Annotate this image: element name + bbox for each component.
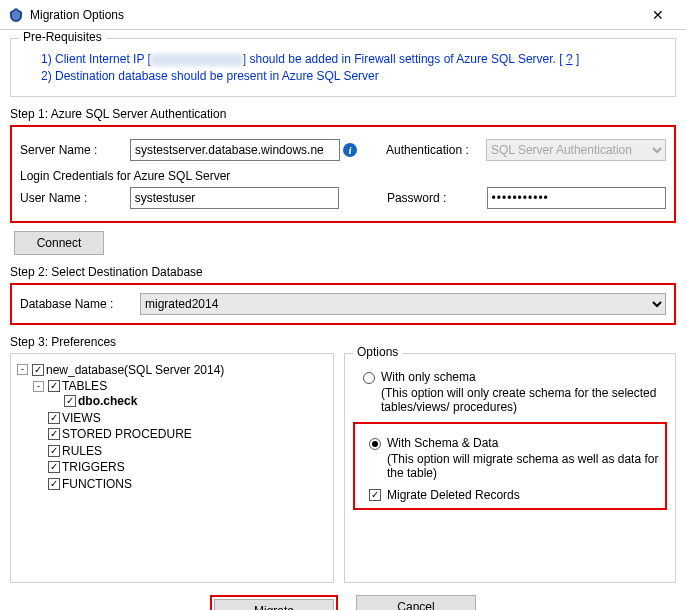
- options-pane: Options With only schema (This option wi…: [344, 353, 676, 583]
- ip-redacted: [151, 54, 243, 66]
- step1-box: Server Name : i Authentication : SQL Ser…: [10, 125, 676, 223]
- schema-data-desc: (This option will migrate schema as well…: [387, 452, 661, 480]
- step2-box: Database Name : migrated2014: [10, 283, 676, 325]
- tree-checkbox[interactable]: [32, 364, 44, 376]
- close-button[interactable]: ✕: [638, 7, 678, 23]
- tree-checkbox[interactable]: [48, 445, 60, 457]
- server-name-input[interactable]: [130, 139, 340, 161]
- tree-pane: -new_database(SQL Server 2014) -TABLES d…: [10, 353, 334, 583]
- radio-schema-only[interactable]: [363, 372, 375, 384]
- database-name-select[interactable]: migrated2014: [140, 293, 666, 315]
- step2-label: Step 2: Select Destination Database: [10, 265, 676, 279]
- tree-dbo-check[interactable]: dbo.check: [78, 394, 137, 408]
- auth-select[interactable]: SQL Server Authentication: [486, 139, 666, 161]
- connect-button[interactable]: Connect: [14, 231, 104, 255]
- app-icon: [8, 7, 24, 23]
- radio-schema-only-label: With only schema: [381, 370, 476, 384]
- database-name-label: Database Name :: [20, 297, 140, 311]
- tree-tables[interactable]: TABLES: [62, 379, 107, 393]
- step3-label: Step 3: Preferences: [10, 335, 676, 349]
- step1-label: Step 1: Azure SQL Server Authentication: [10, 107, 676, 121]
- prereq-line-1: 1) Client Internet IP [] should be added…: [41, 52, 665, 66]
- prereq-1c: ]: [573, 52, 580, 66]
- radio-schema-data[interactable]: [369, 438, 381, 450]
- tree-checkbox[interactable]: [64, 395, 76, 407]
- footer: Migrate Cancel: [10, 595, 676, 610]
- titlebar: Migration Options ✕: [0, 0, 686, 30]
- tree-root[interactable]: new_database(SQL Server 2014): [46, 363, 224, 377]
- info-icon[interactable]: i: [342, 142, 358, 158]
- migrate-highlight: Migrate: [210, 595, 338, 610]
- tree-checkbox[interactable]: [48, 412, 60, 424]
- user-name-input[interactable]: [130, 187, 339, 209]
- prereq-line-2: 2) Destination database should be presen…: [41, 69, 665, 83]
- migrate-deleted-checkbox[interactable]: [369, 489, 381, 501]
- cancel-button[interactable]: Cancel: [356, 595, 476, 610]
- server-name-label: Server Name :: [20, 143, 130, 157]
- prerequisites-heading: Pre-Requisites: [19, 30, 106, 44]
- schema-only-desc: (This option will only create schema for…: [381, 386, 667, 414]
- options-highlight: With Schema & Data (This option will mig…: [353, 422, 667, 510]
- tree-sp[interactable]: STORED PROCEDURE: [62, 427, 192, 441]
- migrate-button[interactable]: Migrate: [214, 599, 334, 610]
- tree-functions[interactable]: FUNCTIONS: [62, 477, 132, 491]
- creds-heading: Login Credentials for Azure SQL Server: [20, 169, 666, 183]
- tree-views[interactable]: VIEWS: [62, 411, 101, 425]
- password-input[interactable]: [487, 187, 666, 209]
- prerequisites-group: Pre-Requisites 1) Client Internet IP [] …: [10, 38, 676, 97]
- radio-schema-only-row[interactable]: With only schema: [363, 370, 667, 384]
- tree-rules[interactable]: RULES: [62, 444, 102, 458]
- window-title: Migration Options: [30, 8, 638, 22]
- tree-checkbox[interactable]: [48, 380, 60, 392]
- collapse-icon[interactable]: -: [17, 364, 28, 375]
- tree-triggers[interactable]: TRIGGERS: [62, 460, 125, 474]
- object-tree[interactable]: -new_database(SQL Server 2014) -TABLES d…: [15, 361, 329, 492]
- migrate-deleted-row[interactable]: Migrate Deleted Records: [369, 488, 661, 502]
- auth-label: Authentication :: [386, 143, 486, 157]
- collapse-icon[interactable]: -: [33, 381, 44, 392]
- options-heading: Options: [353, 345, 402, 359]
- password-label: Password :: [387, 191, 487, 205]
- help-link[interactable]: ?: [566, 52, 573, 66]
- prereq-1b: ] should be added in Firewall settings o…: [243, 52, 566, 66]
- tree-checkbox[interactable]: [48, 428, 60, 440]
- radio-schema-data-row[interactable]: With Schema & Data: [369, 436, 661, 450]
- tree-checkbox[interactable]: [48, 461, 60, 473]
- migrate-deleted-label: Migrate Deleted Records: [387, 488, 520, 502]
- user-name-label: User Name :: [20, 191, 130, 205]
- prereq-1a: 1) Client Internet IP [: [41, 52, 151, 66]
- tree-checkbox[interactable]: [48, 478, 60, 490]
- radio-schema-data-label: With Schema & Data: [387, 436, 498, 450]
